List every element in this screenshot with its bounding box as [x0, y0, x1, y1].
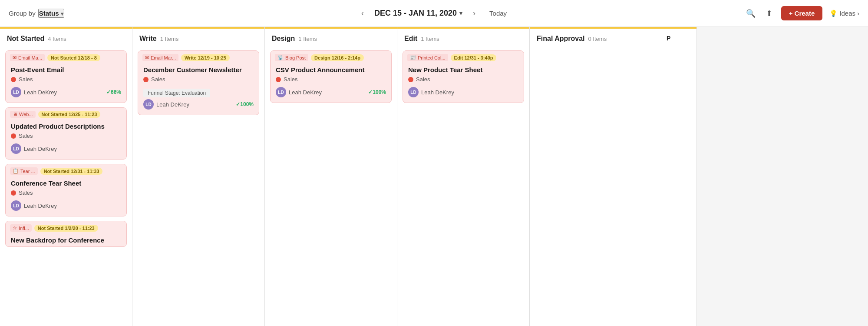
tag-dot-icon: [143, 77, 149, 82]
tag-dot-icon: [11, 190, 16, 196]
card[interactable]: 📰 Printed Col... Edit 12/31 - 3:40p New …: [403, 50, 524, 103]
avatar-row: LD Leah DeKrey: [11, 143, 57, 154]
card-header-bar: ✉ Email Ma... Not Started 12/18 - 8: [6, 51, 126, 64]
avatar: LD: [11, 143, 21, 154]
card-body: New Backdrop for Conference Sales: [6, 235, 126, 247]
card-title: Post-Event Email: [11, 66, 121, 73]
card-type-label: Tear ...: [20, 169, 35, 174]
tag-dot-icon: [11, 77, 16, 82]
card-status-pill: Not Started 1/2/20 - 11:23: [34, 225, 98, 232]
assignee-name: Leah DeKrey: [421, 89, 454, 96]
card-type-label: Web...: [19, 112, 33, 117]
column-count: 1 Items: [421, 36, 439, 42]
assignee-name: Leah DeKrey: [24, 146, 57, 152]
column-cards-not-started: ✉ Email Ma... Not Started 12/18 - 8 Post…: [0, 47, 132, 326]
card-status-pill: Write 12/19 - 10:25: [181, 54, 230, 61]
column-header-not-started: Not Started 4 Items: [0, 27, 132, 47]
avatar-row: LD Leah DeKrey: [11, 200, 57, 211]
card-status-pill: Not Started 12/31 - 11:33: [40, 168, 103, 175]
card-type-badge: 📰 Printed Col...: [407, 54, 448, 61]
card-type-badge: ☆ Infl...: [10, 224, 32, 232]
column-write: Write 1 Items ✉ Email Mar... Write 12/19…: [132, 27, 265, 326]
card-type-icon: ✉: [145, 55, 149, 60]
card-type-badge: ✉ Email Ma...: [10, 54, 45, 61]
card-footer: LD Leah DeKrey ✓100%: [138, 97, 259, 110]
card-status-pill: Design 12/16 - 2:14p: [311, 54, 364, 61]
toolbar-center: ‹ DEC 15 - JAN 11, 2020 ▾ › Today: [358, 7, 510, 20]
card[interactable]: ☆ Infl... Not Started 1/2/20 - 11:23 New…: [5, 221, 127, 247]
group-by-dropdown[interactable]: Status ▾: [38, 9, 64, 18]
date-range[interactable]: DEC 15 - JAN 11, 2020 ▾: [374, 9, 462, 18]
tag-label: Sales: [19, 190, 33, 196]
card-type-icon: 📰: [410, 55, 416, 60]
card-status-pill: Not Started 12/18 - 8: [47, 54, 100, 61]
tag-label: Sales: [19, 76, 33, 83]
card[interactable]: 🖥 Web... Not Started 12/25 - 11:23 Updat…: [5, 107, 127, 160]
today-button[interactable]: Today: [486, 8, 510, 19]
card[interactable]: ✉ Email Ma... Not Started 12/18 - 8 Post…: [5, 50, 127, 103]
column-count: 1 Items: [160, 36, 179, 42]
progress-badge: ✓100%: [236, 101, 254, 107]
avatar: LD: [143, 99, 154, 110]
card-header-bar: 📰 Printed Col... Edit 12/31 - 3:40p: [403, 51, 524, 64]
card-type-label: Blog Post: [285, 55, 306, 60]
card-type-badge: 📋 Tear ...: [10, 167, 38, 175]
card-header-bar: 🖥 Web... Not Started 12/25 - 11:23: [6, 108, 126, 121]
assignee-name: Leah DeKrey: [24, 203, 57, 209]
ideas-button[interactable]: 💡 Ideas ›: [829, 10, 859, 17]
card-body: Conference Tear Sheet Sales: [6, 178, 126, 196]
next-nav-button[interactable]: ›: [469, 7, 479, 20]
card-type-icon: ☆: [13, 225, 17, 231]
card-title: Conference Tear Sheet: [11, 180, 121, 187]
toolbar: Group by Status ▾ ‹ DEC 15 - JAN 11, 202…: [0, 0, 868, 27]
avatar-row: LD Leah DeKrey: [11, 87, 57, 97]
prev-nav-button[interactable]: ‹: [358, 7, 367, 20]
create-button[interactable]: + Create: [781, 6, 823, 20]
funnel-tag: Funnel Stage: Evaluation: [143, 89, 210, 97]
avatar: LD: [11, 87, 21, 97]
share-button[interactable]: ⬆: [764, 7, 774, 20]
tag-label: Sales: [284, 76, 298, 83]
column-title: Final Approval 0 Items: [537, 35, 655, 43]
card-type-icon: 🖥: [13, 112, 17, 117]
column-cards-final-approval: [530, 47, 662, 326]
chevron-down-icon: ▾: [61, 11, 63, 17]
avatar-row: LD Leah DeKrey: [408, 87, 454, 97]
card-tag: Sales: [143, 76, 254, 83]
card-title: December Customer Newsletter: [143, 66, 254, 73]
column-cards-edit: 📰 Printed Col... Edit 12/31 - 3:40p New …: [397, 47, 529, 326]
search-icon: 🔍: [746, 9, 756, 18]
card-type-label: Infl...: [19, 226, 29, 231]
card-footer: LD Leah DeKrey ✓100%: [271, 85, 391, 97]
kanban-board: Not Started 4 Items ✉ Email Ma... Not St…: [0, 27, 868, 326]
card-type-badge: ✉ Email Mar...: [142, 54, 178, 61]
card-body: Updated Product Descriptions Sales: [6, 121, 126, 139]
card-title: New Product Tear Sheet: [408, 66, 518, 73]
search-button[interactable]: 🔍: [744, 7, 757, 20]
card-footer: LD Leah DeKrey: [403, 85, 524, 97]
column-header-partial: P: [662, 27, 696, 46]
column-header-write: Write 1 Items: [132, 27, 264, 47]
card[interactable]: 📡 Blog Post Design 12/16 - 2:14p CSV Pro…: [270, 50, 392, 103]
card-body: Post-Event Email Sales: [6, 64, 126, 83]
assignee-name: Leah DeKrey: [289, 89, 322, 96]
card[interactable]: ✉ Email Mar... Write 12/19 - 10:25 Decem…: [138, 50, 259, 115]
card-type-label: Printed Col...: [418, 55, 446, 60]
avatar-row: LD Leah DeKrey: [143, 99, 189, 110]
card-tag: Sales: [408, 76, 518, 83]
avatar-row: LD Leah DeKrey: [276, 87, 322, 97]
assignee-name: Leah DeKrey: [156, 101, 189, 108]
assignee-name: Leah DeKrey: [24, 89, 57, 96]
card-footer: LD Leah DeKrey: [6, 142, 126, 154]
card-tag: Sales: [11, 190, 121, 196]
tag-label: Sales: [19, 246, 33, 247]
card-tag: Sales: [11, 133, 121, 139]
column-count: 4 Items: [48, 36, 66, 42]
column-count: 1 Items: [298, 36, 317, 42]
card-body: CSV Product Announcement Sales: [271, 64, 391, 83]
column-partial: P: [662, 27, 697, 326]
column-title-partial: P: [667, 35, 692, 42]
card[interactable]: 📋 Tear ... Not Started 12/31 - 11:33 Con…: [5, 164, 127, 216]
lightbulb-icon: 💡: [829, 10, 838, 17]
card-header-bar: 📋 Tear ... Not Started 12/31 - 11:33: [6, 164, 126, 178]
